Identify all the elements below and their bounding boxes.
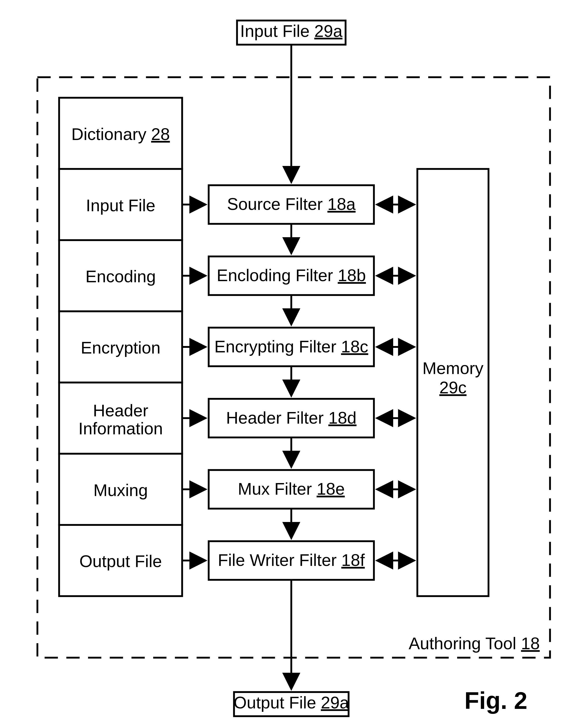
- dict-row-5: Output File: [79, 552, 162, 571]
- diagram: Input File 29a Authoring Tool 18 Diction…: [0, 0, 585, 728]
- filter-5-label: File Writer Filter 18f: [218, 551, 365, 570]
- dict-row-4: Muxing: [93, 481, 148, 500]
- memory-ref: 29c: [440, 378, 467, 397]
- filter-0-label: Source Filter 18a: [227, 194, 356, 213]
- filter-2-label: Encrypting Filter 18c: [214, 337, 368, 356]
- dictionary-header: Dictionary 28: [72, 125, 170, 144]
- dict-row-3b: Information: [79, 419, 163, 438]
- dictionary-stack: Dictionary 28 Input File Encoding Encryp…: [59, 98, 182, 596]
- filter-1-label: Encloding Filter 18b: [217, 266, 366, 285]
- filter-4-label: Mux Filter 18e: [238, 479, 345, 498]
- input-file-label: Input File 29a: [240, 22, 342, 41]
- filter-3-label: Header Filter 18d: [226, 408, 356, 427]
- dict-row-2: Encryption: [81, 338, 161, 357]
- dict-row-0: Input File: [86, 196, 155, 215]
- output-file-label: Output File 29a: [234, 693, 349, 712]
- dict-row-1: Encoding: [85, 267, 156, 286]
- memory-label: Memory: [423, 359, 483, 378]
- authoring-tool-label: Authoring Tool 18: [409, 634, 540, 653]
- figure-caption: Fig. 2: [464, 687, 527, 714]
- dict-row-3a: Header: [93, 401, 148, 420]
